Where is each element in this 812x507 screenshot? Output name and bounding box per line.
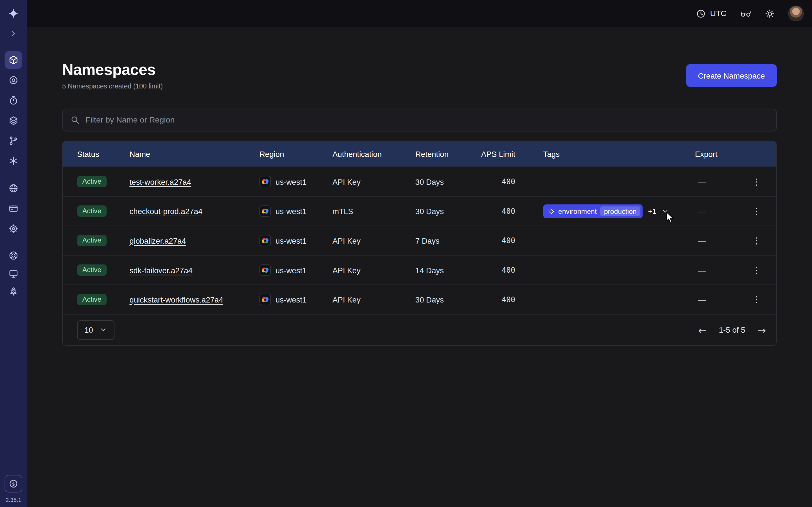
table-row: Active globalizer.a27a4 us-west1 API Key…	[63, 226, 776, 255]
table-footer: 10 ← 1-5 of 5 →	[63, 314, 776, 345]
export-cell: —	[695, 266, 746, 274]
gear-icon[interactable]	[5, 220, 22, 237]
timer-icon[interactable]	[5, 92, 22, 109]
chevron-right-icon[interactable]	[5, 25, 22, 42]
auth-cell: mTLS	[333, 207, 415, 216]
rocket-icon[interactable]	[5, 283, 22, 300]
aps-limit-cell: 400	[480, 236, 527, 244]
status-badge: Active	[77, 265, 107, 276]
globe-icon[interactable]	[5, 179, 22, 197]
retention-cell: 30 Days	[415, 207, 480, 216]
namespace-link[interactable]: sdk-failover.a27a4	[130, 266, 193, 274]
sun-icon[interactable]	[765, 8, 775, 18]
aps-limit-cell: 400	[480, 207, 527, 215]
coin-icon[interactable]: $	[5, 475, 22, 492]
namespace-link[interactable]: checkout-prod.a27a4	[130, 207, 202, 216]
page-size-value: 10	[84, 325, 93, 334]
card-icon[interactable]	[5, 200, 22, 217]
gcp-logo	[259, 235, 271, 246]
namespace-link[interactable]: globalizer.a27a4	[130, 236, 186, 245]
cube-icon[interactable]	[5, 51, 22, 69]
header-tags: Tags	[527, 150, 695, 158]
aps-limit-cell: 400	[480, 266, 527, 274]
gcp-logo	[259, 265, 271, 276]
table-header-row: Status Name Region Authentication Retent…	[63, 141, 776, 166]
asterisk-icon[interactable]	[5, 152, 22, 170]
table-row: Active checkout-prod.a27a4 us-west1 mTLS…	[63, 196, 776, 226]
export-cell: —	[695, 236, 746, 245]
status-badge: Active	[77, 176, 107, 187]
tag-icon	[548, 208, 555, 214]
region-label: us-west1	[275, 266, 306, 274]
retention-cell: 30 Days	[415, 295, 480, 304]
pagination-range: 1-5 of 5	[719, 325, 745, 334]
status-badge: Active	[77, 294, 107, 305]
tag-key: environment	[558, 207, 597, 215]
clock-icon	[696, 8, 706, 18]
prev-page-button[interactable]: ←	[698, 324, 706, 335]
filter-input[interactable]	[86, 115, 769, 125]
app-window: $ 2.35.1 UTC Namespaces	[0, 0, 812, 507]
search-icon	[70, 115, 80, 125]
region-label: us-west1	[275, 177, 306, 186]
lifebuoy-icon[interactable]	[5, 247, 22, 264]
gcp-logo	[259, 294, 271, 305]
export-cell: —	[695, 207, 746, 216]
region-label: us-west1	[275, 207, 306, 216]
table-row: Active quickstart-workflows.a27a4 us-wes…	[63, 284, 776, 314]
header-aps-limit: APS Limit	[480, 150, 527, 158]
header-authentication: Authentication	[333, 150, 415, 158]
main-content: Namespaces 5 Namespaces created (100 lim…	[27, 27, 812, 507]
tags-cell: environment production +1	[527, 204, 695, 218]
region-label: us-west1	[275, 236, 306, 245]
layers-icon[interactable]	[5, 112, 22, 129]
kebab-menu-icon[interactable]: ⋮	[749, 204, 764, 218]
sidebar: $ 2.35.1	[0, 0, 27, 507]
header-status: Status	[77, 150, 130, 158]
disc-icon[interactable]	[5, 71, 22, 89]
monitor-icon[interactable]	[5, 265, 22, 282]
page-size-select[interactable]: 10	[77, 320, 114, 340]
status-badge: Active	[77, 235, 107, 246]
namespace-link[interactable]: quickstart-workflows.a27a4	[130, 295, 223, 304]
tag-chip[interactable]: environment production	[543, 204, 643, 218]
header-name: Name	[130, 150, 259, 158]
user-avatar[interactable]	[788, 6, 804, 21]
auth-cell: API Key	[333, 177, 415, 186]
create-namespace-button[interactable]: Create Namespace	[686, 64, 777, 87]
filter-bar	[62, 109, 777, 131]
header-export: Export	[695, 150, 746, 158]
chevron-down-icon	[99, 326, 107, 334]
kebab-menu-icon[interactable]: ⋮	[749, 263, 764, 277]
auth-cell: API Key	[333, 266, 415, 274]
header-retention: Retention	[415, 150, 480, 158]
retention-cell: 14 Days	[415, 266, 480, 274]
kebab-menu-icon[interactable]: ⋮	[749, 233, 764, 247]
svg-text:$: $	[12, 482, 15, 487]
branch-icon[interactable]	[5, 132, 22, 149]
chevron-down-icon[interactable]	[661, 207, 669, 215]
export-cell: —	[695, 177, 746, 186]
retention-cell: 30 Days	[415, 177, 480, 186]
glasses-icon[interactable]	[740, 9, 751, 18]
namespace-link[interactable]: test-worker.a27a4	[130, 177, 191, 186]
topbar: UTC	[27, 0, 812, 27]
retention-cell: 7 Days	[415, 236, 480, 245]
page-subtitle: 5 Namespaces created (100 limit)	[62, 82, 163, 90]
version-label: 2.35.1	[6, 497, 21, 503]
aps-limit-cell: 400	[480, 295, 527, 304]
timezone-label: UTC	[710, 9, 726, 18]
next-page-button[interactable]: →	[758, 324, 766, 335]
temporal-logo[interactable]	[5, 5, 22, 22]
kebab-menu-icon[interactable]: ⋮	[749, 174, 764, 189]
export-cell: —	[695, 295, 746, 304]
kebab-menu-icon[interactable]: ⋮	[749, 292, 764, 307]
timezone-selector[interactable]: UTC	[696, 8, 726, 18]
tag-more-count[interactable]: +1	[648, 207, 656, 215]
namespaces-table: Status Name Region Authentication Retent…	[62, 141, 777, 346]
aps-limit-cell: 400	[480, 177, 527, 186]
page-title: Namespaces	[62, 61, 163, 78]
gcp-logo	[259, 205, 271, 217]
region-label: us-west1	[275, 295, 306, 304]
gcp-logo	[259, 176, 271, 187]
